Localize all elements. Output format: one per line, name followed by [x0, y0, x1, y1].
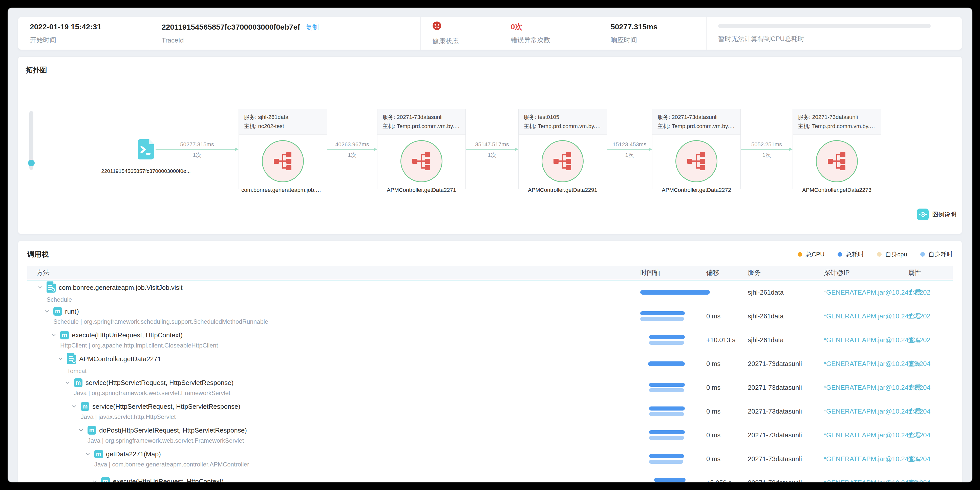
method-icon: m: [74, 378, 83, 387]
chevron-down-icon[interactable]: [50, 332, 57, 338]
timeline-bars: [640, 383, 705, 392]
error-count-value: 0次: [511, 22, 599, 31]
response-time-value: 50277.315ms: [611, 22, 706, 31]
edge-count: 1次: [607, 152, 652, 159]
trace-detail-page: 2022-01-19 15:42:31 开始时间 220119154565857…: [8, 8, 972, 482]
legend-dot-total-cpu: [798, 252, 802, 257]
method-name: APMController.getData2271: [79, 355, 161, 363]
terminal-icon[interactable]: [138, 139, 154, 160]
cpu-skeleton-bar: [718, 24, 931, 28]
node-host: 主机: Temp.prd.comm.vm.by.idc.b...: [382, 122, 460, 131]
arrowhead-icon: [789, 148, 792, 151]
node-host: 主机: Temp.prd.comm.vm.by.idc.b...: [523, 122, 601, 131]
service-name: 20271-73datasunli: [748, 384, 802, 391]
col-header-method: 方法: [27, 268, 634, 277]
method-detail: Schedule | org.springframework.schedulin…: [37, 318, 634, 325]
topology-node[interactable]: 服务: 20271-73datasunli 主机: Temp.prd.comm.…: [792, 109, 881, 189]
legend-label: 总CPU: [806, 250, 825, 259]
topology-zoom-slider[interactable]: [29, 111, 33, 170]
zoom-slider-handle[interactable]: [28, 160, 35, 166]
method-icon: m: [94, 450, 103, 458]
timeline-bars: [640, 430, 705, 440]
total-time-bar: [649, 383, 685, 387]
node-service: 服务: 20271-73datasunli: [798, 113, 876, 122]
total-time-bar: [640, 290, 710, 295]
view-attributes-link[interactable]: 查看: [908, 407, 921, 415]
service-node-icon[interactable]: [262, 140, 304, 182]
method-detail: Java | org.springframework.web.servlet.F…: [37, 389, 634, 397]
node-method: APMController.getData2291: [519, 187, 607, 193]
callstack-table: 方法 时间轴 偏移 服务 探针@IP 属性 com.bonree.generat…: [27, 266, 953, 482]
total-time-bar: [648, 361, 685, 366]
timeline-bars: [640, 290, 705, 295]
node-host: 主机: Temp.prd.comm.vm.by.idc.b...: [798, 122, 876, 131]
chevron-down-icon[interactable]: [64, 379, 71, 386]
edge-time: 5052.251ms: [741, 141, 792, 148]
view-attributes-link[interactable]: 查看: [908, 431, 921, 439]
service-name: sjhl-261data: [748, 312, 784, 320]
col-header-probe: 探针@IP: [824, 268, 907, 277]
method-detail: Java | javax.servlet.http.HttpServlet: [37, 413, 634, 420]
copy-traceid-link[interactable]: 复制: [305, 23, 319, 32]
view-attributes-link[interactable]: 查看: [908, 312, 921, 320]
chevron-down-icon[interactable]: [57, 355, 64, 362]
view-attributes-link[interactable]: 查看: [908, 289, 921, 296]
node-method: APMController.getData2271: [377, 187, 466, 193]
callstack-row: com.bonree.generateapm.job.VisitJob.visi…: [27, 281, 953, 304]
chevron-down-icon[interactable]: [77, 427, 84, 434]
method-name: execute(HttpUriRequest, HttpContext): [72, 331, 183, 339]
trace-summary-bar: 2022-01-19 15:42:31 开始时间 220119154565857…: [18, 17, 962, 49]
offset-value: 0 ms: [706, 384, 721, 391]
col-header-timeline: 时间轴: [634, 268, 705, 277]
col-header-service: 服务: [748, 268, 824, 277]
method-name: doPost(HttpServletRequest, HttpServletRe…: [99, 426, 247, 434]
service-name: 20271-73datasunli: [748, 455, 802, 463]
method-detail: Java | com.bonree.generateapm.controller…: [37, 461, 634, 468]
topology-panel: 拓扑图 220119154565857fc3700003000f0e... 50…: [18, 57, 962, 234]
method-name: com.bonree.generateapm.job.VisitJob.visi…: [59, 284, 182, 292]
method-icon: m: [53, 307, 62, 316]
view-attributes-link[interactable]: 查看: [908, 336, 921, 344]
node-host: 主机: nc202-test: [244, 122, 322, 131]
method-icon: m: [81, 402, 89, 411]
method-icon: m: [60, 331, 69, 339]
view-attributes-link[interactable]: 查看: [908, 455, 921, 463]
total-time-bar: [649, 454, 684, 458]
topology-node[interactable]: 服务: 20271-73datasunli 主机: Temp.prd.comm.…: [652, 109, 741, 189]
edge-count: 1次: [466, 152, 518, 159]
node-method: APMController.getData2273: [793, 187, 881, 193]
service-node-icon[interactable]: [675, 140, 718, 182]
callstack-row: m execute(HttpUriRequest, HttpContext) H…: [27, 328, 953, 352]
view-attributes-link[interactable]: 查看: [908, 360, 921, 367]
chevron-down-icon[interactable]: [37, 284, 43, 291]
summary-error-count: 0次 错误异常次数: [499, 17, 599, 49]
summary-response-time: 50277.315ms 响应时间: [599, 17, 706, 49]
method-name: execute(HttpUriRequest, HttpContext): [113, 477, 224, 483]
topology-node[interactable]: 服务: sjhl-261data 主机: nc202-test com.bonr…: [239, 109, 327, 189]
node-host: 主机: Temp.prd.comm.vm.by.idc.b...: [657, 122, 735, 131]
arrowhead-icon: [515, 148, 518, 151]
service-node-icon[interactable]: [816, 140, 858, 182]
chevron-down-icon[interactable]: [43, 308, 50, 315]
edge-count: 1次: [156, 152, 239, 159]
offset-value: 0 ms: [706, 407, 721, 415]
topology-node[interactable]: 服务: test0105 主机: Temp.prd.comm.vm.by.idc…: [518, 109, 607, 189]
callstack-row: m service(HttpServletRequest, HttpServle…: [27, 376, 953, 399]
service-node-icon[interactable]: [401, 140, 442, 182]
chevron-down-icon[interactable]: [71, 403, 78, 410]
timeline-bars: [640, 454, 705, 464]
legend-dot-self-time: [920, 252, 925, 257]
chevron-down-icon[interactable]: [91, 478, 98, 482]
chevron-down-icon[interactable]: [84, 450, 91, 458]
view-attributes-link[interactable]: 查看: [908, 384, 921, 391]
health-status-icon: [432, 21, 499, 32]
topology-node[interactable]: 服务: 20271-73datasunli 主机: Temp.prd.comm.…: [377, 109, 466, 189]
summary-cpu-time: 暂时无法计算得到CPU总耗时: [706, 17, 962, 49]
edge-time: 50277.315ms: [156, 141, 239, 148]
service-name: sjhl-261data: [748, 336, 784, 344]
service-node-icon[interactable]: [542, 140, 584, 182]
legend-help-button[interactable]: 图例说明: [917, 209, 956, 220]
offset-value: 0 ms: [706, 431, 721, 439]
method-icon: m: [101, 477, 110, 482]
view-attributes-link[interactable]: 查看: [908, 479, 921, 483]
